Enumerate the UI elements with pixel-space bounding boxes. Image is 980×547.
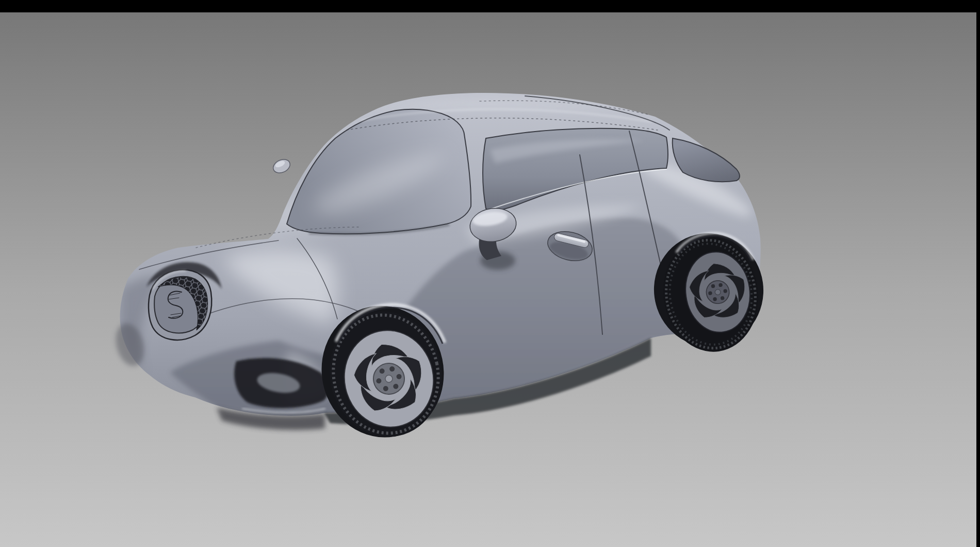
window-top-bezel <box>0 0 980 12</box>
car-model-canvas <box>0 12 976 547</box>
car-model <box>111 93 771 449</box>
far-side-mirror <box>271 157 292 175</box>
window-right-bezel <box>976 0 980 547</box>
3d-viewport[interactable] <box>0 12 976 547</box>
app-window <box>0 0 980 547</box>
